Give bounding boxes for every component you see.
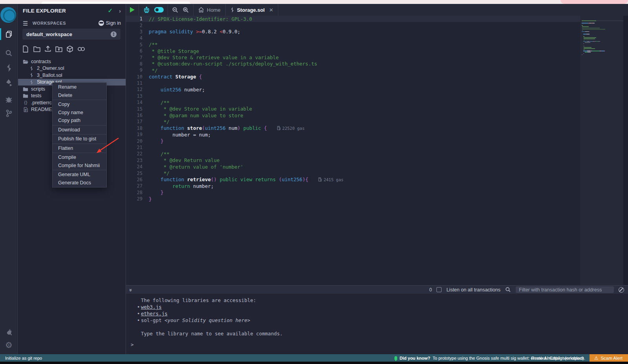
code-line-25[interactable]: 25 */	[126, 170, 628, 176]
ai-segment	[139, 4, 168, 16]
upload-file-icon[interactable]	[44, 46, 51, 53]
code-line-29[interactable]: 29}	[126, 196, 628, 202]
tree-item-contracts[interactable]: contracts	[18, 58, 126, 65]
menu-item-generate-docs[interactable]: Generate Docs	[53, 179, 106, 187]
code-line-26[interactable]: 26 function retrieve() public view retur…	[126, 177, 628, 183]
copilot-toggle[interactable]	[154, 7, 164, 13]
code-line-15[interactable]: 15 * @dev Store value in variable	[126, 106, 628, 112]
library-link[interactable]: ethers.js	[141, 311, 168, 317]
minimap-line	[582, 55, 623, 55]
code-line-27[interactable]: 27 return number;	[126, 183, 628, 189]
clear-console-icon[interactable]	[619, 287, 624, 293]
library-link[interactable]: web3.js	[141, 304, 162, 310]
tree-item-2-owner-sol[interactable]: 2_Owner.sol	[18, 65, 126, 72]
minimap-line	[582, 26, 623, 27]
file-explorer-icon[interactable]	[0, 27, 18, 41]
tree-item-3-ballot-sol[interactable]: 3_Ballot.sol	[18, 72, 126, 79]
hamburger-menu-icon[interactable]: ☰	[23, 22, 29, 25]
code-line-1[interactable]: 1// SPDX-License-Identifier: GPL-3.0	[126, 16, 628, 22]
debugger-icon[interactable]	[0, 93, 18, 106]
code-line-7[interactable]: 7 * @dev Store & retrieve value in a var…	[126, 54, 628, 60]
ai-robot-icon[interactable]	[143, 7, 150, 13]
chevron-right-icon[interactable]: ›	[119, 7, 121, 14]
code-line-21[interactable]: 21	[126, 144, 628, 151]
new-folder-icon[interactable]	[33, 46, 40, 53]
code-line-4[interactable]: 4	[126, 35, 628, 41]
code-line-19[interactable]: 19 number = num;	[126, 131, 628, 138]
menu-item-delete[interactable]: Delete	[53, 91, 106, 100]
code-line-11[interactable]: 11	[126, 80, 628, 86]
minimap-line	[582, 22, 623, 22]
close-tab-icon[interactable]: ✕	[269, 7, 273, 13]
code-line-17[interactable]: 17 */	[126, 118, 628, 125]
remix-logo[interactable]	[0, 5, 18, 24]
code-line-18[interactable]: 18 function store(uint256 num) public {2…	[126, 125, 628, 131]
terminal-collapse-icon[interactable]: »	[128, 289, 134, 291]
code-line-24[interactable]: 24 * @return value of 'number'	[126, 164, 628, 170]
line-number: 22	[126, 151, 149, 157]
terminal-search-icon[interactable]	[505, 287, 511, 293]
search-icon[interactable]	[0, 46, 18, 60]
code-line-28[interactable]: 28 }	[126, 189, 628, 196]
terminal-prompt[interactable]: >	[130, 342, 628, 348]
minimap[interactable]	[580, 16, 623, 285]
sign-in-label: Sign in	[106, 20, 121, 26]
solidity-compiler-icon[interactable]	[0, 61, 18, 75]
menu-item-copy-path[interactable]: Copy path	[53, 116, 106, 125]
code-line-12[interactable]: 12 uint256 number;	[126, 86, 628, 93]
new-file-icon[interactable]	[22, 46, 29, 53]
zoom-out-icon[interactable]	[172, 7, 179, 13]
code-line-9[interactable]: 9 */	[126, 67, 628, 73]
code-line-6[interactable]: 6 * @title Storage	[126, 48, 628, 54]
import-url-icon[interactable]	[77, 46, 84, 53]
menu-item-flatten[interactable]: Flatten	[53, 144, 106, 153]
settings-gear-icon[interactable]: ⚙	[0, 338, 18, 351]
code-line-16[interactable]: 16 * @param num value to store	[126, 112, 628, 118]
menu-item-compile[interactable]: Compile	[53, 153, 106, 162]
code-line-20[interactable]: 20 }	[126, 138, 628, 144]
menu-item-copy-name[interactable]: Copy name	[53, 109, 106, 117]
sign-in-button[interactable]: Sign in	[99, 20, 121, 26]
line-number: 13	[126, 93, 149, 99]
run-script-button[interactable]	[130, 7, 135, 13]
git-icon[interactable]	[0, 107, 18, 120]
menu-item-rename[interactable]: Rename	[53, 83, 106, 91]
code-line-13[interactable]: 13	[126, 93, 628, 99]
terminal-output[interactable]: The following libraries are accessible:•…	[126, 294, 628, 354]
listen-all-transactions-label: Listen on all transactions	[446, 287, 500, 293]
menu-item-download[interactable]: Download	[53, 126, 106, 134]
editor-scrollbar[interactable]	[623, 16, 628, 285]
deploy-run-icon[interactable]	[0, 76, 18, 89]
code-line-5[interactable]: 5/**	[126, 42, 628, 48]
listen-all-transactions-checkbox[interactable]	[436, 287, 442, 292]
minimap-line	[582, 51, 623, 51]
code-line-10[interactable]: 10contract Storage {	[126, 74, 628, 80]
plugin-manager-icon[interactable]	[0, 326, 18, 339]
code-line-8[interactable]: 8 * @custom:dev-run-script ./scripts/dep…	[126, 61, 628, 67]
workspace-select[interactable]: default_workspace ▲▼	[22, 29, 120, 40]
menu-item-copy[interactable]: Copy	[53, 100, 106, 109]
minimap-line	[582, 49, 623, 50]
code-line-22[interactable]: 22 /**	[126, 151, 628, 157]
tab-storage-sol[interactable]: Storage.sol ✕	[226, 4, 279, 16]
check-icon[interactable]: ✓	[108, 7, 113, 14]
menu-item-publish-file-to-gist[interactable]: Publish file to gist	[53, 135, 106, 143]
minimap-line	[582, 30, 623, 31]
code-line-23[interactable]: 23 * @dev Return value	[126, 157, 628, 164]
upload-folder-icon[interactable]	[55, 46, 62, 53]
menu-separator	[53, 170, 106, 170]
ipfs-cube-icon[interactable]	[66, 46, 73, 53]
code-line-2[interactable]: 2	[126, 22, 628, 28]
menu-item-compile-for-nahmii[interactable]: Compile for Nahmii	[53, 162, 106, 170]
code-line-3[interactable]: 3pragma solidity >=0.8.2 <0.9.0;	[126, 29, 628, 35]
code-text: */	[149, 67, 158, 73]
code-editor[interactable]: 1// SPDX-License-Identifier: GPL-3.023pr…	[126, 16, 628, 285]
menu-item-generate-uml[interactable]: Generate UML	[53, 171, 106, 179]
git-init-button[interactable]: Initialize as git repo	[0, 356, 42, 360]
tab-home[interactable]: Home	[194, 4, 226, 16]
scam-alert-button[interactable]: ⚠ Scam Alert	[590, 354, 628, 362]
transaction-filter-input[interactable]	[516, 286, 614, 293]
file-toolbar	[22, 46, 84, 53]
code-line-14[interactable]: 14 /**	[126, 99, 628, 106]
zoom-in-icon[interactable]	[183, 7, 189, 13]
